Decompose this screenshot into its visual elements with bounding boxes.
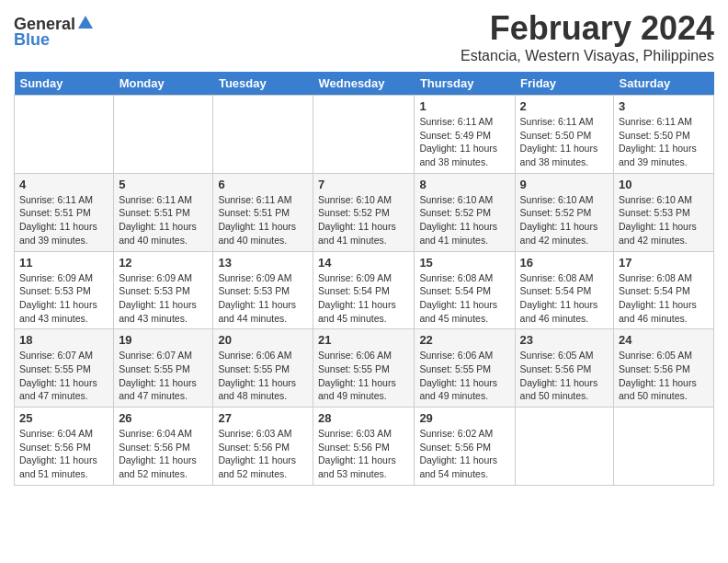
calendar-cell [114, 96, 213, 174]
day-number: 1 [419, 99, 509, 113]
day-info: Sunrise: 6:08 AM Sunset: 5:54 PM Dayligh… [619, 271, 709, 326]
day-number: 22 [419, 333, 509, 347]
day-info: Sunrise: 6:11 AM Sunset: 5:51 PM Dayligh… [119, 193, 208, 247]
calendar-cell: 16Sunrise: 6:08 AM Sunset: 5:54 PM Dayli… [515, 251, 613, 329]
day-number: 20 [218, 333, 308, 347]
day-number: 15 [419, 256, 509, 270]
day-info: Sunrise: 6:11 AM Sunset: 5:50 PM Dayligh… [520, 115, 609, 169]
calendar-cell: 19Sunrise: 6:07 AM Sunset: 5:55 PM Dayli… [114, 329, 213, 408]
calendar-cell: 14Sunrise: 6:09 AM Sunset: 5:54 PM Dayli… [313, 251, 415, 329]
calendar-cell: 6Sunrise: 6:11 AM Sunset: 5:51 PM Daylig… [213, 173, 313, 251]
calendar-cell: 26Sunrise: 6:04 AM Sunset: 5:56 PM Dayli… [114, 408, 213, 486]
calendar-cell [614, 408, 714, 486]
calendar-cell [313, 96, 415, 174]
day-number: 8 [419, 178, 509, 191]
calendar-cell: 24Sunrise: 6:05 AM Sunset: 5:56 PM Dayli… [614, 329, 714, 408]
day-info: Sunrise: 6:06 AM Sunset: 5:55 PM Dayligh… [419, 349, 509, 403]
calendar-cell: 10Sunrise: 6:10 AM Sunset: 5:53 PM Dayli… [614, 173, 714, 251]
calendar-cell: 9Sunrise: 6:10 AM Sunset: 5:52 PM Daylig… [515, 173, 613, 251]
calendar-cell: 13Sunrise: 6:09 AM Sunset: 5:53 PM Dayli… [213, 251, 313, 329]
day-info: Sunrise: 6:09 AM Sunset: 5:53 PM Dayligh… [19, 271, 108, 326]
day-info: Sunrise: 6:08 AM Sunset: 5:54 PM Dayligh… [520, 271, 609, 326]
day-number: 4 [19, 178, 108, 191]
weekday-header-thursday: Thursday [415, 72, 515, 96]
day-info: Sunrise: 6:11 AM Sunset: 5:51 PM Dayligh… [19, 193, 108, 247]
calendar-week-row: 25Sunrise: 6:04 AM Sunset: 5:56 PM Dayli… [15, 408, 714, 486]
calendar-cell: 2Sunrise: 6:11 AM Sunset: 5:50 PM Daylig… [515, 96, 613, 174]
weekday-header-tuesday: Tuesday [213, 72, 313, 96]
weekday-header-friday: Friday [515, 72, 613, 96]
day-number: 14 [318, 256, 409, 270]
month-year-title: February 2024 [461, 9, 714, 48]
calendar-cell: 22Sunrise: 6:06 AM Sunset: 5:55 PM Dayli… [415, 329, 515, 408]
day-number: 10 [619, 178, 709, 191]
title-section: February 2024 Estancia, Western Visayas,… [461, 9, 714, 64]
calendar-cell: 11Sunrise: 6:09 AM Sunset: 5:53 PM Dayli… [15, 251, 114, 329]
calendar-cell: 8Sunrise: 6:10 AM Sunset: 5:52 PM Daylig… [415, 173, 515, 251]
calendar-cell: 3Sunrise: 6:11 AM Sunset: 5:50 PM Daylig… [614, 96, 714, 174]
calendar-week-row: 1Sunrise: 6:11 AM Sunset: 5:49 PM Daylig… [15, 96, 714, 174]
weekday-header-saturday: Saturday [614, 72, 714, 96]
day-number: 6 [218, 178, 308, 191]
day-info: Sunrise: 6:08 AM Sunset: 5:54 PM Dayligh… [419, 271, 509, 326]
calendar-cell: 25Sunrise: 6:04 AM Sunset: 5:56 PM Dayli… [15, 408, 114, 486]
day-number: 19 [119, 333, 208, 347]
day-info: Sunrise: 6:09 AM Sunset: 5:54 PM Dayligh… [318, 271, 409, 326]
weekday-header-sunday: Sunday [15, 72, 114, 96]
day-number: 23 [520, 333, 609, 347]
day-info: Sunrise: 6:07 AM Sunset: 5:55 PM Dayligh… [119, 349, 208, 403]
calendar-cell: 1Sunrise: 6:11 AM Sunset: 5:49 PM Daylig… [415, 96, 515, 174]
calendar-cell [15, 96, 114, 174]
day-info: Sunrise: 6:09 AM Sunset: 5:53 PM Dayligh… [218, 271, 308, 326]
day-info: Sunrise: 6:05 AM Sunset: 5:56 PM Dayligh… [619, 349, 709, 403]
calendar-cell: 12Sunrise: 6:09 AM Sunset: 5:53 PM Dayli… [114, 251, 213, 329]
calendar-cell: 7Sunrise: 6:10 AM Sunset: 5:52 PM Daylig… [313, 173, 415, 251]
day-info: Sunrise: 6:07 AM Sunset: 5:55 PM Dayligh… [19, 349, 108, 403]
day-info: Sunrise: 6:03 AM Sunset: 5:56 PM Dayligh… [318, 427, 409, 481]
calendar-week-row: 18Sunrise: 6:07 AM Sunset: 5:55 PM Dayli… [15, 329, 714, 408]
day-number: 5 [119, 178, 208, 191]
calendar-week-row: 4Sunrise: 6:11 AM Sunset: 5:51 PM Daylig… [15, 173, 714, 251]
day-number: 11 [19, 256, 108, 270]
day-number: 13 [218, 256, 308, 270]
day-info: Sunrise: 6:04 AM Sunset: 5:56 PM Dayligh… [119, 427, 208, 481]
page-header: General Blue February 2024 Estancia, Wes… [14, 9, 714, 64]
day-info: Sunrise: 6:06 AM Sunset: 5:55 PM Dayligh… [318, 349, 409, 403]
calendar-cell: 17Sunrise: 6:08 AM Sunset: 5:54 PM Dayli… [614, 251, 714, 329]
day-info: Sunrise: 6:10 AM Sunset: 5:52 PM Dayligh… [419, 193, 509, 247]
weekday-header-wednesday: Wednesday [313, 72, 415, 96]
logo: General Blue [14, 9, 96, 50]
calendar-cell: 23Sunrise: 6:05 AM Sunset: 5:56 PM Dayli… [515, 329, 613, 408]
calendar-cell: 27Sunrise: 6:03 AM Sunset: 5:56 PM Dayli… [213, 408, 313, 486]
day-number: 21 [318, 333, 409, 347]
day-info: Sunrise: 6:03 AM Sunset: 5:56 PM Dayligh… [218, 427, 308, 481]
day-number: 27 [218, 411, 308, 425]
day-number: 29 [419, 411, 509, 425]
weekday-header-row: SundayMondayTuesdayWednesdayThursdayFrid… [15, 72, 714, 96]
day-number: 25 [19, 411, 108, 425]
calendar-cell: 20Sunrise: 6:06 AM Sunset: 5:55 PM Dayli… [213, 329, 313, 408]
calendar-cell: 5Sunrise: 6:11 AM Sunset: 5:51 PM Daylig… [114, 173, 213, 251]
calendar-cell: 18Sunrise: 6:07 AM Sunset: 5:55 PM Dayli… [15, 329, 114, 408]
day-number: 28 [318, 411, 409, 425]
day-info: Sunrise: 6:09 AM Sunset: 5:53 PM Dayligh… [119, 271, 208, 326]
day-number: 26 [119, 411, 208, 425]
svg-marker-0 [78, 16, 93, 29]
logo-blue-text: Blue [14, 30, 50, 50]
logo-triangle-icon [77, 14, 94, 34]
calendar-cell [515, 408, 613, 486]
day-number: 16 [520, 256, 609, 270]
day-number: 3 [619, 99, 709, 113]
day-number: 12 [119, 256, 208, 270]
calendar-cell [213, 96, 313, 174]
day-info: Sunrise: 6:11 AM Sunset: 5:51 PM Dayligh… [218, 193, 308, 247]
day-info: Sunrise: 6:06 AM Sunset: 5:55 PM Dayligh… [218, 349, 308, 403]
calendar-cell: 28Sunrise: 6:03 AM Sunset: 5:56 PM Dayli… [313, 408, 415, 486]
day-info: Sunrise: 6:11 AM Sunset: 5:49 PM Dayligh… [419, 115, 509, 169]
calendar-week-row: 11Sunrise: 6:09 AM Sunset: 5:53 PM Dayli… [15, 251, 714, 329]
calendar-cell: 29Sunrise: 6:02 AM Sunset: 5:56 PM Dayli… [415, 408, 515, 486]
day-info: Sunrise: 6:10 AM Sunset: 5:52 PM Dayligh… [318, 193, 409, 247]
day-info: Sunrise: 6:05 AM Sunset: 5:56 PM Dayligh… [520, 349, 609, 403]
day-number: 9 [520, 178, 609, 191]
day-number: 7 [318, 178, 409, 191]
